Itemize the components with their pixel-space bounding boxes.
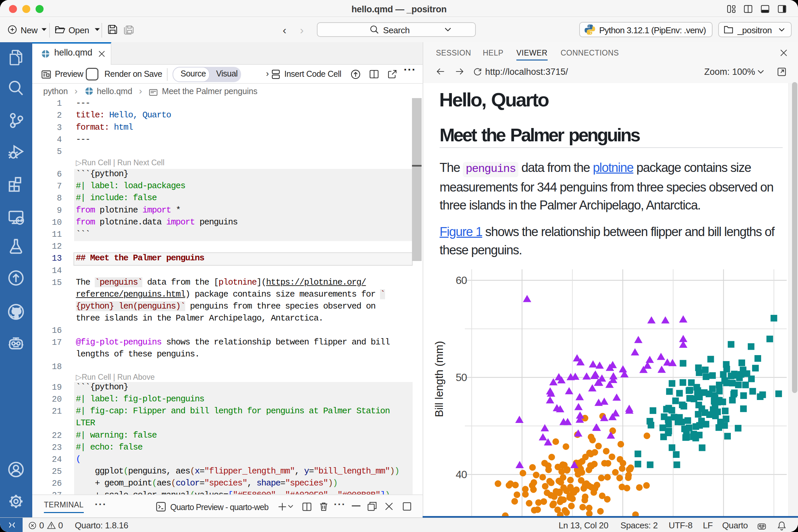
- svg-text:50: 50: [456, 372, 467, 383]
- svg-text:60: 60: [456, 274, 467, 286]
- svg-text:40: 40: [456, 469, 467, 480]
- svg-text:Bill length (mm): Bill length (mm): [433, 341, 445, 417]
